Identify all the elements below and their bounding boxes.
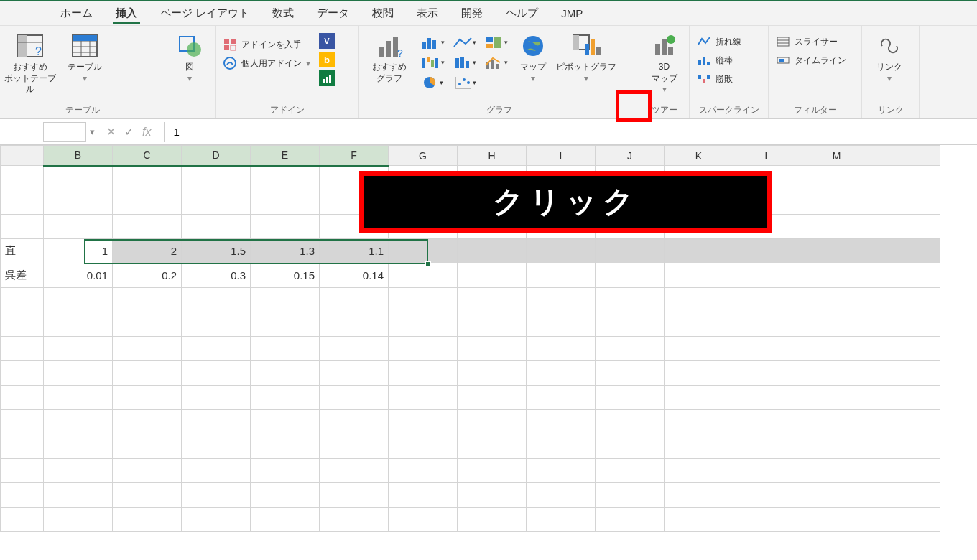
tab-jmp[interactable]: JMP [551,4,593,22]
row-label[interactable]: 直 [1,239,44,263]
group-charts: ? おすすめ グラフ ▾ ▾ ▾ ▾ ▾ ▾ ▾ ▾ マップ ▾ [359,26,639,118]
ribbon-tabs: ホーム 挿入 ページ レイアウト 数式 データ 校閲 表示 開発 ヘルプ JMP [0,1,977,26]
name-box-dropdown[interactable]: ▾ [86,126,98,137]
tab-data[interactable]: データ [307,4,359,23]
chevron-down-icon: ▾ [187,73,192,85]
recommended-pivot-label: おすすめ ボットテーブル [4,62,56,95]
shapes-icon [177,32,203,60]
col-header-M[interactable]: M [802,146,871,166]
sparkline-winloss-button[interactable]: 勝敗 [697,70,741,88]
svg-rect-1 [18,35,27,57]
recommended-charts-label: おすすめ グラフ [372,62,407,84]
svg-rect-22 [386,41,391,57]
col-header-F[interactable]: F [320,146,389,166]
col-header-J[interactable]: J [596,146,665,166]
cell[interactable]: 1 [44,239,113,263]
col-header-C[interactable]: C [113,146,182,166]
column-headers[interactable]: B C D E F G H I J K L M [1,146,940,166]
formula-input[interactable] [164,122,977,142]
cell[interactable]: 0.01 [44,263,113,288]
cancel-formula-button[interactable]: ✕ [106,125,116,139]
col-header-I[interactable]: I [527,146,596,166]
svg-rect-49 [573,35,579,50]
svg-rect-19 [326,77,328,83]
col-header-K[interactable]: K [665,146,733,166]
statistic-chart-button[interactable]: ▾ [450,53,478,72]
people-graph-icon[interactable] [319,70,335,86]
col-header-G[interactable]: G [389,146,458,166]
group-tours: 3D マップ ▾ ツアー [639,26,690,118]
tab-developer[interactable]: 開発 [451,4,493,23]
svg-rect-57 [698,60,701,65]
my-addins-label: 個人用アドイン [241,57,302,70]
cell[interactable]: 2 [113,239,182,263]
link-icon [876,32,902,60]
cell[interactable]: 0.3 [182,263,251,288]
combo-chart-button[interactable]: ▾ [481,53,510,72]
svg-rect-59 [707,62,710,65]
table-row [1,288,940,312]
row-label[interactable]: 呉差 [1,263,44,288]
line-chart-button[interactable]: ▾ [450,33,478,52]
sparkline-line-button[interactable]: 折れ線 [697,33,741,50]
scatter-chart-button[interactable]: ▾ [450,73,478,92]
name-box[interactable] [43,122,86,142]
col-header-E[interactable]: E [251,146,320,166]
sparkline-column-button[interactable]: 縦棒 [697,52,741,69]
visio-icon[interactable]: V [319,33,335,49]
chevron-down-icon: ▾ [887,73,892,85]
cell[interactable]: 0.15 [251,263,320,288]
cell[interactable]: 0.2 [113,263,182,288]
table-row [1,434,940,459]
formula-bar: ▾ ✕ ✓ fx [0,119,977,145]
tab-review[interactable]: 校閲 [362,4,404,23]
cell[interactable]: 1.1 [320,239,389,263]
table-row [1,312,940,337]
pivot-table-icon: ? [17,32,44,60]
maps-button[interactable]: マップ ▾ [513,30,553,85]
get-addins-button[interactable]: アドインを入手 [223,36,310,53]
pie-chart-button[interactable]: ▾ [418,73,447,92]
col-header-D[interactable]: D [182,146,251,166]
chevron-down-icon: ▾ [531,73,535,85]
tab-pagelayout[interactable]: ページ レイアウト [150,4,259,23]
enter-formula-button[interactable]: ✓ [124,125,134,139]
col-header-L[interactable]: L [733,146,802,166]
table-button[interactable]: テーブル ▾ [59,30,111,85]
group-illustrations: 図 ▾ [165,26,216,118]
group-charts-label: グラフ [364,104,634,117]
tab-view[interactable]: 表示 [407,4,448,23]
col-header-H[interactable]: H [458,146,527,166]
column-chart-button[interactable]: ▾ [418,33,447,52]
illustrations-label: 図 [185,62,194,73]
cell[interactable]: 1.5 [182,239,251,263]
svg-point-47 [523,36,543,56]
recommended-charts-button[interactable]: ? おすすめ グラフ [364,30,415,85]
timeline-icon [776,53,790,67]
svg-rect-31 [422,58,425,68]
timeline-button[interactable]: タイムライン [776,52,846,69]
svg-rect-37 [466,61,469,68]
3d-map-button[interactable]: 3D マップ ▾ [644,30,685,97]
recommended-pivot-button[interactable]: ? おすすめ ボットテーブル [4,30,56,97]
cell[interactable]: 1.3 [251,239,320,263]
illustrations-button[interactable]: 図 ▾ [170,30,210,85]
tab-formulas[interactable]: 数式 [262,4,304,23]
my-addins-button[interactable]: 個人用アドイン ▾ [223,55,310,72]
col-header-A[interactable] [1,146,44,166]
waterfall-chart-button[interactable]: ▾ [418,53,447,72]
cell[interactable]: 0.14 [320,263,389,288]
slicer-button[interactable]: スライサー [776,33,846,50]
pivotchart-button[interactable]: ピボットグラフ ▾ [556,30,616,85]
col-header-B[interactable]: B [44,146,113,166]
svg-rect-14 [231,39,236,44]
tab-insert[interactable]: 挿入 [106,4,147,23]
svg-rect-62 [707,75,710,79]
map-icon [520,32,546,60]
link-button[interactable]: リンク ▾ [866,30,912,85]
tab-home[interactable]: ホーム [50,4,103,23]
fx-button[interactable]: fx [142,126,151,139]
hierarchy-chart-button[interactable]: ▾ [481,33,510,52]
tab-help[interactable]: ヘルプ [496,4,548,23]
bing-icon[interactable]: b [319,52,335,67]
